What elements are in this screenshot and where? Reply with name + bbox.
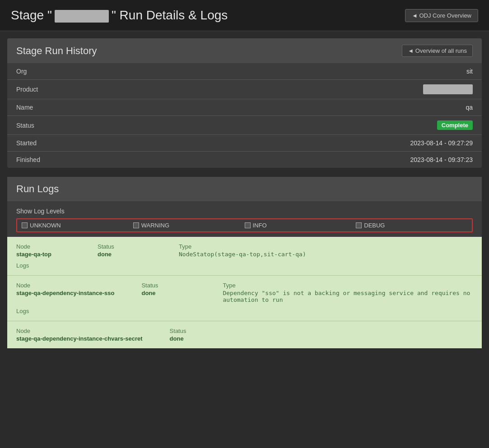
finished-row: Finished 2023-08-14 - 09:37:23 [7,151,482,168]
log-level-warning[interactable]: WARNING [133,222,245,229]
stage-run-history-panel: Stage Run History ◄ Overview of all runs… [7,38,482,168]
debug-checkbox[interactable] [356,222,362,228]
page-title: Stage "" Run Details & Logs [11,8,228,23]
run-logs-header: Run Logs [7,177,482,201]
info-label: INFO [253,222,267,229]
info-checkbox[interactable] [245,222,251,228]
org-row: Org sit [7,63,482,79]
log-entry-3-status-col: Status done [170,328,224,342]
type-label-1: Type [179,243,473,250]
node-value-2: stage-qa-dependency-instance-sso [16,290,114,296]
started-label: Started [16,139,37,147]
log-entry-2-node-col: Node stage-qa-dependency-instance-sso [16,282,114,303]
log-level-debug[interactable]: DEBUG [356,222,467,229]
log-entry-1-type-col: Type NodeStatop(stage-qa-top,sit-cart-qa… [179,243,473,258]
warning-label: WARNING [141,222,169,229]
debug-label: DEBUG [364,222,385,229]
log-entry-1-node-col: Node stage-qa-top [16,243,70,258]
node-label-2: Node [16,282,114,289]
product-redacted [423,84,473,94]
warning-checkbox[interactable] [133,222,139,228]
org-value: sit [466,68,473,75]
finished-value: 2023-08-14 - 09:37:23 [410,156,473,163]
product-label: Product [16,86,38,93]
log-entry-2-status-col: Status done [141,282,196,303]
log-level-info[interactable]: INFO [245,222,356,229]
unknown-label: UNKNOWN [30,222,61,229]
unknown-checkbox[interactable] [22,222,28,228]
status-badge: Complete [437,120,473,130]
type-value-2: Dependency "sso" is not a backing or mes… [223,290,473,303]
status-value-2: done [141,290,196,296]
stage-run-history-header: Stage Run History ◄ Overview of all runs [7,38,482,63]
log-entry-1: Node stage-qa-top Status done Type NodeS… [7,237,482,275]
type-value-1: NodeStatop(stage-qa-top,sit-cart-qa) [179,251,473,258]
log-entry-1-status-col: Status done [98,243,152,258]
stage-run-history-title: Stage Run History [16,45,97,57]
status-label-1: Status [98,243,152,250]
status-label-3: Status [170,328,224,334]
log-entry-3-node-col: Node stage-qa-dependency-instance-chvars… [16,328,143,342]
run-logs-panel: Run Logs Show Log Levels UNKNOWN WARNING… [7,177,482,348]
started-row: Started 2023-08-14 - 09:27:29 [7,134,482,151]
node-label-3: Node [16,328,143,334]
log-entry-2: Node stage-qa-dependency-instance-sso St… [7,275,482,321]
product-row: Product [7,79,482,99]
node-value-1: stage-qa-top [16,251,70,258]
node-label-1: Node [16,243,70,250]
main-content: Stage Run History ◄ Overview of all runs… [0,31,489,356]
status-row: Status Complete [7,115,482,134]
started-value: 2023-08-14 - 09:27:29 [410,139,473,147]
run-logs-title: Run Logs [16,183,59,194]
node-value-3: stage-qa-dependency-instance-chvars-secr… [16,335,143,342]
show-log-levels-label: Show Log Levels [16,208,473,215]
finished-label: Finished [16,156,40,163]
name-label: Name [16,104,33,111]
title-redacted [55,10,109,23]
log-level-unknown[interactable]: UNKNOWN [22,222,133,229]
name-value: qa [466,104,473,111]
status-value-3: done [170,335,224,342]
odj-core-overview-button[interactable]: ◄ ODJ Core Overview [405,9,478,22]
name-row: Name qa [7,99,482,115]
log-entry-1-header: Node stage-qa-top Status done Type NodeS… [16,243,473,258]
status-label: Status [16,122,34,129]
page-header: Stage "" Run Details & Logs ◄ ODJ Core O… [0,0,489,31]
log-entry-3-header: Node stage-qa-dependency-instance-chvars… [16,328,473,342]
logs-label-1: Logs [16,262,473,269]
log-entry-2-type-col: Type Dependency "sso" is not a backing o… [223,282,473,303]
logs-label-2: Logs [16,308,473,314]
overview-all-runs-button[interactable]: ◄ Overview of all runs [402,45,473,57]
log-entry-3: Node stage-qa-dependency-instance-chvars… [7,321,482,348]
org-label: Org [16,68,27,75]
type-label-2: Type [223,282,473,289]
log-levels-row: UNKNOWN WARNING INFO DEBUG [16,218,473,232]
status-label-2: Status [141,282,196,289]
log-levels-section: Show Log Levels UNKNOWN WARNING INFO DEB… [7,201,482,237]
log-entries: Node stage-qa-top Status done Type NodeS… [7,237,482,348]
status-value-1: done [98,251,152,258]
info-table: Org sit Product Name qa Status Complete … [7,63,482,168]
log-entry-2-header: Node stage-qa-dependency-instance-sso St… [16,282,473,303]
